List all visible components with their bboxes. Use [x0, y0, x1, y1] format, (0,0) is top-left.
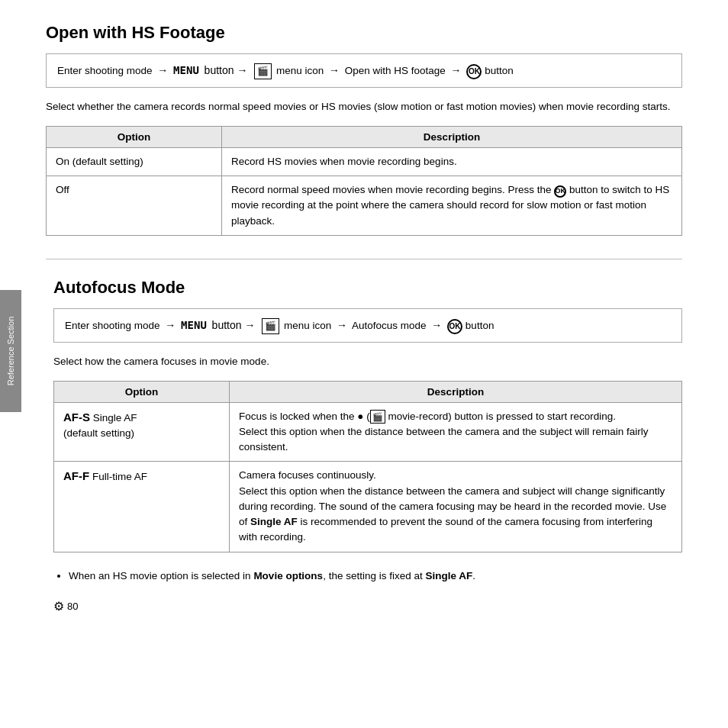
arrow3: → [329, 64, 340, 76]
table-row: Off Record normal speed movies when movi… [47, 176, 682, 236]
reference-section-tab: Reference Section [0, 290, 21, 412]
arrow1: → [157, 64, 168, 76]
s2-arrow3: → [337, 319, 347, 331]
section-open-hs-footage: Open with HS Footage Enter shooting mode… [46, 23, 682, 236]
bold-single-af-2: Single AF [425, 570, 472, 581]
row1-option: On (default setting) [47, 147, 222, 176]
s2-path-text: Autofocus mode [352, 320, 429, 331]
row2-option: Off [47, 176, 222, 236]
table-row: AF-S Single AF (default setting) Focus i… [54, 402, 682, 462]
s2-arrow4: → [431, 319, 442, 331]
section1-intro: Select whether the camera records normal… [46, 98, 682, 115]
s2-instruction-prefix: Enter shooting mode [65, 320, 163, 331]
table-row: On (default setting) Record HS movies wh… [47, 147, 682, 176]
aff-description: Camera focuses continuously. Select this… [230, 462, 682, 552]
aff-label: AF-F [63, 469, 89, 482]
page-footer: ⚙ 80 [53, 599, 682, 614]
section-divider [46, 259, 682, 259]
section1-title: Open with HS Footage [46, 23, 682, 43]
section2-intro: Select how the camera focuses in movie m… [53, 353, 682, 370]
arrow4: → [451, 64, 462, 76]
bold-single-af: Single AF [250, 516, 298, 527]
aff-option: AF-F Full-time AF [54, 462, 230, 552]
row1-description: Record HS movies when movie recording be… [222, 147, 682, 176]
table2-header-option: Option [54, 381, 230, 402]
bullet-list: When an HS movie option is selected in M… [69, 568, 682, 585]
button-suffix: button [485, 65, 514, 76]
bold-movie-options: Movie options [253, 570, 323, 581]
section2-title: Autofocus Mode [53, 278, 682, 298]
afs-option: AF-S Single AF (default setting) [54, 402, 230, 462]
arrow2: button → [205, 64, 248, 76]
s2-movie-icon: 🎬 [262, 318, 279, 334]
table1-header-option: Option [47, 126, 222, 147]
page-icon: ⚙ [53, 599, 64, 614]
table-row: AF-F Full-time AF Camera focuses continu… [54, 462, 682, 552]
path-text: Open with HS footage [345, 65, 449, 76]
section1-table: Option Description On (default setting) … [46, 126, 682, 236]
s2-ok-button-icon: OK [447, 319, 462, 334]
section1-instruction-box: Enter shooting mode → MENU button → 🎬 me… [46, 53, 682, 88]
row2-description: Record normal speed movies when movie re… [222, 176, 682, 236]
movie-icon-1: 🎬 [254, 63, 272, 79]
menu-icon-text: menu icon [276, 65, 327, 76]
sidebar-tab-label: Reference Section [6, 317, 15, 386]
table2-header-description: Description [230, 381, 682, 402]
ok-icon-inline: OK [554, 185, 566, 198]
page-number: 80 [67, 601, 78, 612]
ok-button-icon: OK [466, 64, 482, 79]
afs-description: Focus is locked when the ● (🎬 movie-reco… [230, 402, 682, 462]
bullet-item: When an HS movie option is selected in M… [69, 568, 682, 585]
s2-menu-icon-text: menu icon [284, 320, 334, 331]
section2-instruction-box: Enter shooting mode → MENU button → 🎬 me… [53, 308, 682, 343]
afs-sub: (default setting) [63, 427, 134, 439]
section-autofocus-mode: Autofocus Mode Enter shooting mode → MEN… [46, 278, 682, 614]
menu-button-label: MENU [173, 64, 199, 76]
s2-button-suffix: button [465, 320, 494, 331]
aff-suffix: Full-time AF [92, 471, 147, 482]
table1-header-description: Description [222, 126, 682, 147]
movie-record-icon: 🎬 [370, 410, 385, 424]
instruction-prefix: Enter shooting mode [57, 65, 155, 76]
s2-arrow2: button → [212, 319, 256, 331]
afs-suffix: Single AF [93, 412, 137, 424]
afs-label: AF-S [63, 411, 90, 424]
s2-arrow1: → [165, 319, 176, 331]
s2-menu-button-label: MENU [181, 319, 207, 331]
section2-table: Option Description AF-S Single AF (defau… [53, 381, 682, 552]
